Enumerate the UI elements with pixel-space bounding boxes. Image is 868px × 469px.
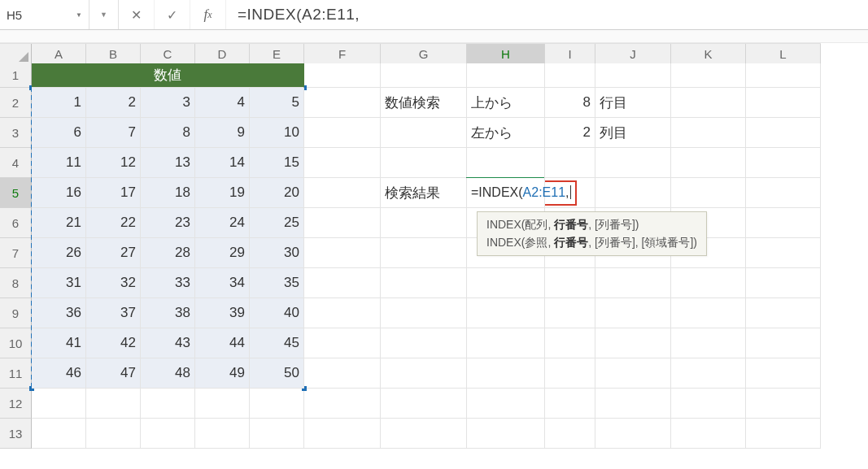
cell-E5[interactable]: 20 [250, 178, 304, 208]
cell-D4[interactable]: 14 [195, 148, 250, 178]
cell-L9[interactable] [746, 298, 821, 328]
cell-D8[interactable]: 34 [195, 268, 250, 298]
cell-H8[interactable] [467, 268, 545, 298]
cell-D9[interactable]: 39 [195, 298, 250, 328]
cell-K5[interactable] [671, 178, 746, 208]
column-header-J[interactable]: J [595, 44, 671, 64]
cell-I13[interactable] [545, 419, 595, 449]
cell-D3[interactable]: 9 [195, 118, 250, 148]
cell-K3[interactable] [671, 118, 746, 148]
column-header-G[interactable]: G [381, 44, 467, 64]
cell-J8[interactable] [595, 268, 671, 298]
cell-K13[interactable] [671, 419, 746, 449]
cell-G3[interactable] [381, 118, 467, 148]
cell-C2[interactable]: 3 [141, 88, 195, 118]
cell-L5[interactable] [746, 178, 821, 208]
cell-G1[interactable] [381, 63, 467, 88]
cell-A9[interactable]: 36 [32, 298, 86, 328]
cell-A4[interactable]: 11 [32, 148, 86, 178]
cell-H2[interactable]: 上から [467, 88, 545, 118]
cell-I11[interactable] [545, 358, 595, 389]
column-header-F[interactable]: F [304, 44, 381, 64]
cell-E8[interactable]: 35 [250, 268, 304, 298]
row-header-11[interactable]: 11 [0, 358, 32, 389]
cell-I2[interactable]: 8 [545, 88, 595, 118]
cell-K2[interactable] [671, 88, 746, 118]
cell-B8[interactable]: 32 [86, 268, 141, 298]
cell-E2[interactable]: 5 [250, 88, 304, 118]
cell-A12[interactable] [32, 389, 86, 419]
cell-K1[interactable] [671, 63, 746, 88]
cell-H12[interactable] [467, 389, 545, 419]
cell-B7[interactable]: 27 [86, 238, 141, 268]
cell-K4[interactable] [671, 148, 746, 178]
cell-C10[interactable]: 43 [141, 328, 195, 358]
cell-L2[interactable] [746, 88, 821, 118]
cell-L1[interactable] [746, 63, 821, 88]
formula-bar-input[interactable]: =INDEX(A2:E11, [226, 6, 868, 24]
cell-A11[interactable]: 46 [32, 358, 86, 389]
cell-F7[interactable] [304, 238, 381, 268]
cell-B13[interactable] [86, 419, 141, 449]
row-header-5[interactable]: 5 [0, 178, 32, 208]
cell-K11[interactable] [671, 358, 746, 389]
cell-B10[interactable]: 42 [86, 328, 141, 358]
cell-B4[interactable]: 12 [86, 148, 141, 178]
cell-L11[interactable] [746, 358, 821, 389]
function-tooltip[interactable]: INDEX(配列, 行番号, [列番号])INDEX(参照, 行番号, [列番号… [477, 211, 707, 256]
cell-I4[interactable] [545, 148, 595, 178]
cell-C12[interactable] [141, 389, 195, 419]
cell-F9[interactable] [304, 298, 381, 328]
cell-E7[interactable]: 30 [250, 238, 304, 268]
cell-B6[interactable]: 22 [86, 208, 141, 238]
cell-F5[interactable] [304, 178, 381, 208]
cell-F13[interactable] [304, 419, 381, 449]
cell-A1[interactable]: 数値 [32, 63, 304, 88]
row-header-2[interactable]: 2 [0, 88, 32, 118]
cell-B3[interactable]: 7 [86, 118, 141, 148]
cell-I12[interactable] [545, 389, 595, 419]
cell-H3[interactable]: 左から [467, 118, 545, 148]
column-header-D[interactable]: D [195, 44, 250, 64]
cell-C9[interactable]: 38 [141, 298, 195, 328]
cell-D6[interactable]: 24 [195, 208, 250, 238]
cell-J1[interactable] [595, 63, 671, 88]
cell-G5[interactable]: 検索結果 [381, 178, 467, 208]
cell-J12[interactable] [595, 389, 671, 419]
cell-F8[interactable] [304, 268, 381, 298]
cell-G9[interactable] [381, 298, 467, 328]
cell-F10[interactable] [304, 328, 381, 358]
row-header-1[interactable]: 1 [0, 63, 32, 88]
cell-A5[interactable]: 16 [32, 178, 86, 208]
cell-A3[interactable]: 6 [32, 118, 86, 148]
cell-E4[interactable]: 15 [250, 148, 304, 178]
cell-G4[interactable] [381, 148, 467, 178]
column-header-H[interactable]: H [467, 44, 545, 64]
cell-L13[interactable] [746, 419, 821, 449]
cell-D13[interactable] [195, 419, 250, 449]
cell-G6[interactable] [381, 208, 467, 238]
cell-D11[interactable]: 49 [195, 358, 250, 389]
cell-J10[interactable] [595, 328, 671, 358]
cell-C6[interactable]: 23 [141, 208, 195, 238]
row-header-12[interactable]: 12 [0, 389, 32, 419]
cell-E10[interactable]: 45 [250, 328, 304, 358]
select-all-corner[interactable] [0, 44, 32, 64]
cell-H11[interactable] [467, 358, 545, 389]
cell-B9[interactable]: 37 [86, 298, 141, 328]
row-header-6[interactable]: 6 [0, 208, 32, 238]
cell-G12[interactable] [381, 389, 467, 419]
cell-A13[interactable] [32, 419, 86, 449]
cell-G13[interactable] [381, 419, 467, 449]
cell-E11[interactable]: 50 [250, 358, 304, 389]
cell-J4[interactable] [595, 148, 671, 178]
cell-H10[interactable] [467, 328, 545, 358]
column-header-C[interactable]: C [141, 44, 195, 64]
cell-J11[interactable] [595, 358, 671, 389]
cell-E12[interactable] [250, 389, 304, 419]
cell-A10[interactable]: 41 [32, 328, 86, 358]
insert-function-dropdown-icon[interactable]: ▼ [89, 0, 119, 29]
cell-H4[interactable] [467, 148, 545, 178]
cell-F2[interactable] [304, 88, 381, 118]
cell-A6[interactable]: 21 [32, 208, 86, 238]
